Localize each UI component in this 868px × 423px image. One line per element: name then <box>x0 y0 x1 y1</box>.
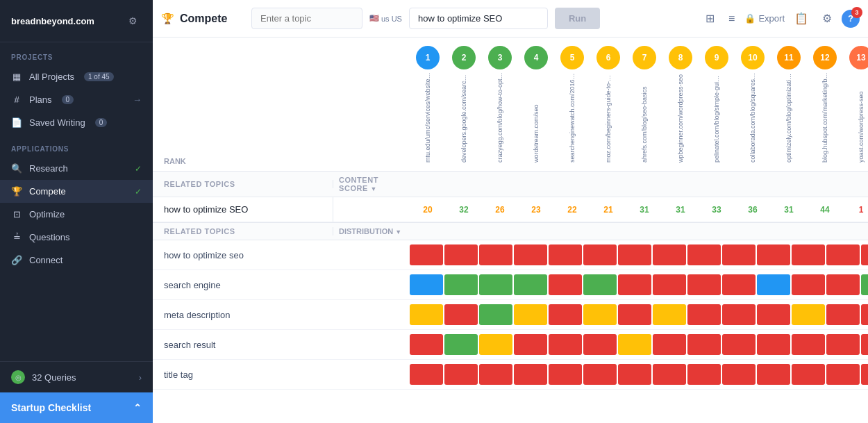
dist-cell-1-1 <box>444 274 478 295</box>
applications-section-label: APPLICATIONS <box>0 134 153 157</box>
dist-row-label-3: search result <box>153 334 333 356</box>
dist-row-3: search result <box>153 330 868 360</box>
sidebar-item-plans[interactable]: # Plans 0 → <box>0 88 153 111</box>
notification-badge[interactable]: ? 3 <box>842 10 860 28</box>
dist-cell-1-8 <box>687 274 721 295</box>
dist-cell-3-9 <box>722 334 756 355</box>
score-value-8: 31 <box>662 198 699 222</box>
dist-cell-3-11 <box>792 334 825 355</box>
sidebar-item-questions[interactable]: ≟ Questions <box>0 226 153 249</box>
trophy-icon: 🏆 <box>11 186 22 197</box>
sidebar-item-optimize[interactable]: ⊡ Optimize <box>0 203 153 226</box>
dist-cell-4-10 <box>757 364 790 385</box>
all-projects-label: All Projects <box>29 72 74 82</box>
dist-cell-3-1 <box>444 334 478 355</box>
url-label-13: yoast.com/wordpress-seo <box>858 72 865 163</box>
dist-cell-4-7 <box>653 364 686 385</box>
score-value-6: 21 <box>590 198 626 222</box>
dist-cell-3-6 <box>618 334 651 355</box>
saved-writing-badge: 0 <box>95 118 108 127</box>
dist-cell-3-7 <box>653 334 686 355</box>
sidebar-item-all-projects[interactable]: ▦ All Projects 1 of 45 <box>0 65 153 88</box>
topic-col-header: RELATED TOPICS <box>153 180 333 188</box>
run-button[interactable]: Run <box>555 8 600 29</box>
url-label-6: moz.com/beginners-guide-to-seo <box>605 72 612 163</box>
dist-cell-2-9 <box>722 304 756 325</box>
dist-cell-4-1 <box>444 364 478 385</box>
questions-icon: ≟ <box>11 232 22 242</box>
grid-view-button[interactable]: ⊞ <box>701 9 719 28</box>
rank-col-9: 9pelinatel.com/blog/simple-guide-to-seo <box>699 46 735 163</box>
dist-cell-4-5 <box>583 364 617 385</box>
dist-cell-1-3 <box>514 274 547 295</box>
saved-writing-label: Saved Writing <box>29 117 85 128</box>
dist-cell-1-10 <box>757 274 790 295</box>
url-label-3: crazyegg.com/blog/how-to-optimize-your-.… <box>496 72 503 163</box>
dist-row-label-4: title tag <box>153 364 333 385</box>
optimize-icon: ⊡ <box>11 209 22 219</box>
score-value-3: 26 <box>482 198 518 222</box>
dist-cell-0-4 <box>549 244 582 265</box>
distribution-col-header: DISTRIBUTION ▼ <box>333 227 410 235</box>
dist-cell-1-6 <box>618 274 651 295</box>
queries-arrow-icon: › <box>139 372 142 383</box>
rank-circle-8: 8 <box>669 46 692 69</box>
dist-row-2: meta description <box>153 300 868 330</box>
dist-cell-2-2 <box>479 304 512 325</box>
rank-circle-13: 13 <box>849 46 868 69</box>
dist-cell-0-6 <box>618 244 651 265</box>
search-query-input[interactable] <box>409 8 548 29</box>
dist-cell-0-3 <box>514 244 547 265</box>
rank-label: Rank <box>164 157 186 171</box>
list-view-button[interactable]: ≡ <box>724 10 739 28</box>
sidebar-item-research[interactable]: 🔍 Research ✓ <box>0 157 153 180</box>
startup-checklist[interactable]: Startup Checklist ⌃ <box>0 392 153 423</box>
url-label-4: wordstream.com/seo <box>533 72 540 163</box>
queries-label: 32 Queries <box>32 372 76 383</box>
sidebar-item-saved-writing[interactable]: 📄 Saved Writing 0 <box>0 111 153 134</box>
url-label-9: pelinatel.com/blog/simple-guide-to-seo <box>713 72 720 163</box>
dist-cell-0-8 <box>687 244 721 265</box>
dist-cell-3-8 <box>687 334 721 355</box>
dist-cell-4-4 <box>549 364 582 385</box>
sidebar-item-connect[interactable]: 🔗 Connect <box>0 249 153 272</box>
rank-circle-2: 2 <box>452 46 476 69</box>
locale-indicator: 🇺🇸 us US <box>369 14 402 23</box>
dist-cell-0-10 <box>757 244 790 265</box>
rank-circle-11: 11 <box>777 46 801 69</box>
dist-cell-4-9 <box>722 364 756 385</box>
dist-cell-2-8 <box>687 304 721 325</box>
dist-header-row: RELATED TOPICS DISTRIBUTION ▼ <box>153 222 868 240</box>
dist-cell-3-0 <box>410 334 443 355</box>
rank-circle-6: 6 <box>596 46 620 69</box>
dist-cell-2-0 <box>410 304 443 325</box>
dist-cell-4-6 <box>618 364 651 385</box>
dist-cell-1-11 <box>792 274 825 295</box>
brand-gear-button[interactable]: ⚙ <box>124 13 142 29</box>
document-icon-button[interactable]: 📋 <box>790 9 812 28</box>
score-values-row: 2032262322213131333631441191732162216 <box>410 198 868 222</box>
startup-checklist-label: Startup Checklist <box>11 402 91 413</box>
rank-col-7: 7ahrefs.com/blog/seo-basics <box>626 46 662 163</box>
dist-cell-1-5 <box>583 274 617 295</box>
rank-label-cell: Rank <box>153 46 333 171</box>
export-button[interactable]: 🔒 Export <box>744 13 785 24</box>
dist-cell-4-2 <box>479 364 512 385</box>
score-value-7: 31 <box>626 198 662 222</box>
queries-item[interactable]: ◎ 32 Queries › <box>0 362 153 392</box>
settings-icon-button[interactable]: ⚙ <box>818 9 836 28</box>
topbar-title-area: 🏆 Compete <box>161 13 244 25</box>
dist-cell-2-7 <box>653 304 686 325</box>
dist-cell-0-11 <box>792 244 825 265</box>
questions-label: Questions <box>29 232 70 242</box>
topic-cell: how to optimize SEO <box>153 197 333 222</box>
rank-col-13: 13yoast.com/wordpress-seo <box>843 46 868 163</box>
content-score-col-header: CONTENT SCORE ▼ <box>333 176 410 192</box>
dist-cell-0-1 <box>444 244 478 265</box>
sidebar-item-compete[interactable]: 🏆 Compete ✓ <box>0 180 153 203</box>
dist-cell-3-13 <box>861 334 868 355</box>
dist-cell-3-10 <box>757 334 790 355</box>
enter-topic-input[interactable] <box>251 8 362 29</box>
rank-circle-3: 3 <box>488 46 512 69</box>
sidebar-brand: breadnbeyond.com ⚙ <box>0 0 153 42</box>
